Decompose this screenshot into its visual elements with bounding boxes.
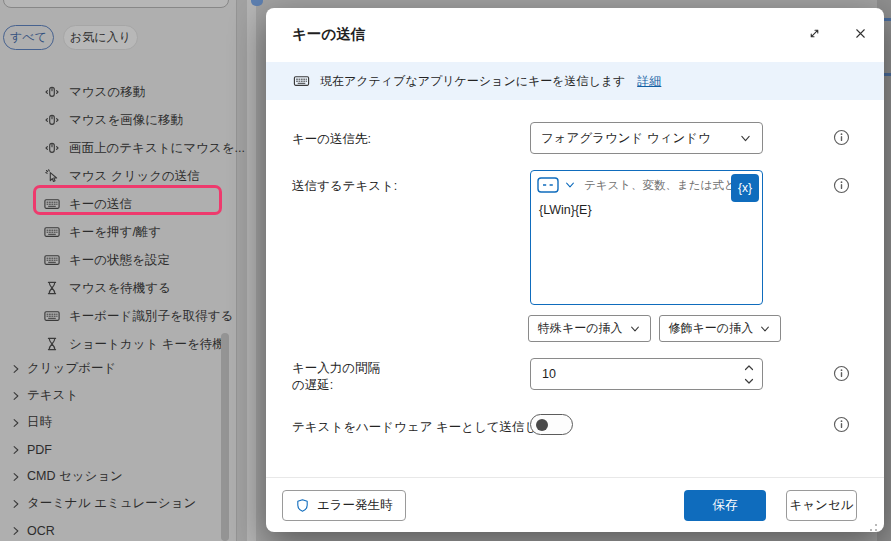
tab-favorites[interactable]: お気に入り <box>63 25 138 50</box>
close-icon <box>853 26 868 41</box>
hardware-keys-label: テキストをハードウェア キーとして送信します: <box>292 419 566 436</box>
insert-special-key-button[interactable]: 特殊キーの挿入 <box>528 315 651 342</box>
input-mode-chevron-icon[interactable] <box>564 179 576 191</box>
group-label: CMD セッション <box>27 468 123 485</box>
number-spinner <box>743 363 755 386</box>
action-groups: クリップボード テキスト 日時 PDF CMD セッション ターミナル エミュレ… <box>0 355 236 541</box>
expand-dialog-button[interactable] <box>802 21 826 45</box>
spinner-down-button[interactable] <box>743 376 755 386</box>
action-item-label: マウスの移動 <box>69 84 145 101</box>
send-to-label: キーの送信先: <box>292 131 371 148</box>
group-datetime[interactable]: 日時 <box>0 409 236 436</box>
action-item-label: ショートカット キーを待機 <box>69 336 225 353</box>
details-link[interactable]: 詳細 <box>637 73 661 90</box>
info-icon[interactable] <box>833 365 850 382</box>
chevron-right-icon <box>10 525 22 537</box>
group-ocr[interactable]: OCR <box>0 517 236 541</box>
dialog-title: キーの送信 <box>292 25 365 44</box>
text-to-send-label: 送信するテキスト: <box>292 178 397 195</box>
search-input[interactable] <box>3 0 229 8</box>
hourglass-icon <box>44 280 60 296</box>
send-to-dropdown[interactable]: フォアグラウンド ウィンドウ <box>530 122 763 154</box>
toggle-knob <box>536 419 548 431</box>
text-to-send-value[interactable]: {LWin}{E} <box>531 193 762 217</box>
delay-input[interactable]: 10 <box>530 358 763 390</box>
chevron-right-icon <box>10 363 22 375</box>
chevron-down-icon <box>629 323 641 335</box>
action-item-set-key-state[interactable]: キーの状態を設定 <box>0 246 236 274</box>
group-clipboard[interactable]: クリップボード <box>0 355 236 382</box>
info-icon[interactable] <box>833 129 850 146</box>
action-item-label: 画面上のテキストにマウスを... <box>69 140 245 157</box>
insert-modifier-key-button[interactable]: 修飾キーの挿入 <box>659 315 782 342</box>
info-icon[interactable] <box>833 177 850 194</box>
actions-sidebar: すべて お気に入り マウスの移動 マウスを画像に移動 画面上のテキストにマウスを… <box>0 0 237 541</box>
shield-icon <box>295 498 310 513</box>
tab-all[interactable]: すべて <box>3 25 54 50</box>
action-item-label: キーボード識別子を取得する <box>69 308 233 325</box>
send-to-value: フォアグラウンド ウィンドウ <box>541 130 711 147</box>
keyboard-icon <box>44 196 60 212</box>
chevron-right-icon <box>10 498 22 510</box>
action-item-label: マウス クリックの送信 <box>69 168 200 185</box>
action-item-press-release-key[interactable]: キーを押す/離す <box>0 218 236 246</box>
action-item-get-keyboard-id[interactable]: キーボード識別子を取得する <box>0 302 236 330</box>
input-mode-icon[interactable] <box>537 177 559 193</box>
action-item-label: マウスを画像に移動 <box>69 112 183 129</box>
expand-icon <box>807 26 822 41</box>
mouse-move-icon <box>44 140 60 156</box>
group-pdf[interactable]: PDF <box>0 436 236 463</box>
cancel-button[interactable]: キャンセル <box>786 490 857 521</box>
action-item-send-keys[interactable]: キーの送信 <box>0 190 236 218</box>
action-item-label: マウスを待機する <box>69 280 171 297</box>
spinner-up-button[interactable] <box>743 363 755 373</box>
keyboard-icon <box>44 308 60 324</box>
dimmed-canvas-strip <box>247 0 256 541</box>
editor-hint: テキスト、変数、または式とし <box>584 178 747 193</box>
chevron-down-icon <box>739 132 752 145</box>
group-label: テキスト <box>27 387 78 404</box>
send-keys-dialog: キーの送信 現在アクティブなアプリケーションにキーを送信します 詳細 キーの送信… <box>266 8 884 532</box>
group-text[interactable]: テキスト <box>0 382 236 409</box>
mouse-move-icon <box>44 84 60 100</box>
action-item-wait-for-mouse[interactable]: マウスを待機する <box>0 274 236 302</box>
on-error-button[interactable]: エラー発生時 <box>282 490 406 521</box>
chevron-up-icon <box>743 364 755 372</box>
insert-variable-button[interactable]: {x} <box>731 174 759 202</box>
action-item-mouse-to-image[interactable]: マウスを画像に移動 <box>0 106 236 134</box>
sidebar-scrollbar-thumb[interactable] <box>221 333 229 541</box>
dialog-footer: エラー発生時 保存 キャンセル <box>266 478 884 532</box>
save-button[interactable]: 保存 <box>684 490 766 521</box>
hourglass-icon <box>44 336 60 352</box>
action-item-mouse-move[interactable]: マウスの移動 <box>0 78 236 106</box>
chevron-down-icon <box>743 377 755 385</box>
action-list: マウスの移動 マウスを画像に移動 画面上のテキストにマウスを... マウス クリ… <box>0 78 236 358</box>
insert-buttons: 特殊キーの挿入 修飾キーの挿入 <box>528 315 781 342</box>
insert-special-key-label: 特殊キーの挿入 <box>538 320 623 337</box>
action-item-mouse-to-text[interactable]: 画面上のテキストにマウスを... <box>0 134 236 162</box>
group-label: 日時 <box>27 414 52 431</box>
text-to-send-editor[interactable]: テキスト、変数、または式とし {x} {LWin}{E} <box>530 170 763 305</box>
action-item-send-mouse-click[interactable]: マウス クリックの送信 <box>0 162 236 190</box>
action-item-label: キーの送信 <box>69 196 132 213</box>
info-icon[interactable] <box>833 416 850 433</box>
keyboard-icon <box>44 252 60 268</box>
background-app-fragment <box>251 0 263 6</box>
chevron-right-icon <box>10 390 22 402</box>
info-banner: 現在アクティブなアプリケーションにキーを送信します 詳細 <box>266 62 884 100</box>
resize-grip[interactable] <box>875 524 877 526</box>
group-label: クリップボード <box>27 360 116 377</box>
insert-modifier-key-label: 修飾キーの挿入 <box>669 320 754 337</box>
group-terminal-emulation[interactable]: ターミナル エミュレーション <box>0 490 236 517</box>
delay-label: キー入力の間隔 の遅延: <box>292 360 380 394</box>
group-cmd-session[interactable]: CMD セッション <box>0 463 236 490</box>
close-dialog-button[interactable] <box>848 21 872 45</box>
keyboard-icon <box>292 73 311 89</box>
chevron-right-icon <box>10 417 22 429</box>
hardware-keys-toggle[interactable] <box>530 414 573 435</box>
group-label: PDF <box>27 443 52 457</box>
action-item-wait-for-shortcut[interactable]: ショートカット キーを待機 <box>0 330 236 358</box>
keyboard-icon <box>44 224 60 240</box>
action-item-label: キーの状態を設定 <box>69 252 170 269</box>
editor-toolbar: テキスト、変数、または式とし <box>531 171 762 193</box>
